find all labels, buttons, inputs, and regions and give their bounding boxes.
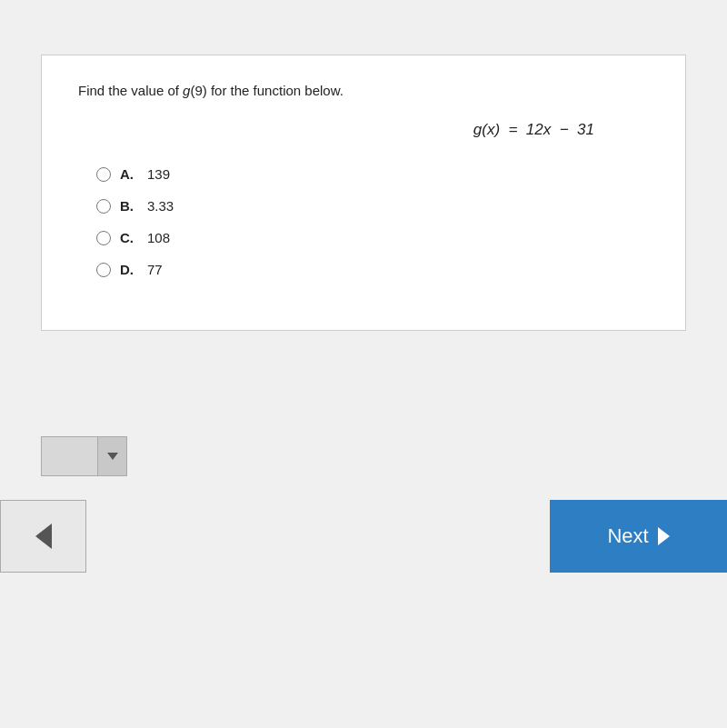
radio-c[interactable] <box>96 231 111 245</box>
dropdown-left-area <box>42 437 97 475</box>
option-value-b: 3.33 <box>147 198 174 214</box>
option-label-b: B. <box>120 198 136 214</box>
next-label: Next <box>607 524 648 548</box>
radio-a[interactable] <box>96 167 111 182</box>
option-label-d: D. <box>120 262 136 277</box>
option-item-d: D. 77 <box>96 262 649 277</box>
question-text: Find the value of g(9) for the function … <box>78 83 649 98</box>
back-arrow-icon <box>35 524 52 549</box>
formula-display: g(x) = 12x − 31 <box>78 121 649 139</box>
formula-text: g(x) = 12x − 31 <box>473 121 594 138</box>
question-card: Find the value of g(9) for the function … <box>41 55 686 331</box>
options-list: A. 139 B. 3.33 C. 108 D. 77 <box>78 166 649 277</box>
radio-b[interactable] <box>96 199 111 214</box>
controls-area <box>41 436 127 476</box>
option-value-c: 108 <box>147 230 170 245</box>
radio-d[interactable] <box>96 263 111 277</box>
chevron-down-icon <box>107 453 118 460</box>
dropdown-button[interactable] <box>41 436 127 476</box>
option-item-b: B. 3.33 <box>96 198 649 214</box>
option-label-c: C. <box>120 230 136 245</box>
bottom-nav: Next <box>0 500 727 573</box>
dropdown-arrow-area <box>97 437 126 475</box>
next-arrow-icon <box>658 527 670 545</box>
option-item-a: A. 139 <box>96 166 649 182</box>
option-label-a: A. <box>120 166 136 182</box>
page-container: Find the value of g(9) for the function … <box>0 55 727 728</box>
next-button[interactable]: Next <box>550 500 727 573</box>
option-value-a: 139 <box>147 166 170 182</box>
back-button[interactable] <box>0 500 86 573</box>
option-item-c: C. 108 <box>96 230 649 245</box>
option-value-d: 77 <box>147 262 163 277</box>
